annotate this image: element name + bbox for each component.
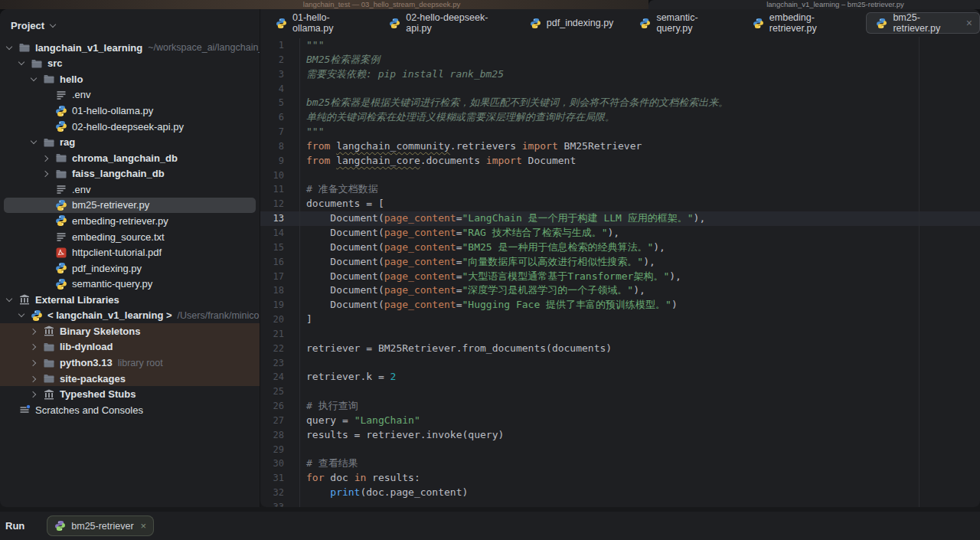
tree-row[interactable]: python3.13library root <box>0 355 260 371</box>
code-line[interactable]: 4 <box>260 82 980 97</box>
chevron-right-icon[interactable] <box>31 328 38 335</box>
code-line[interactable]: 7""" <box>260 125 980 139</box>
line-number[interactable]: 14 <box>260 226 300 241</box>
line-number[interactable]: 16 <box>260 255 300 270</box>
code-line[interactable]: 23 <box>260 356 980 371</box>
chevron-right-icon[interactable] <box>31 359 38 366</box>
tree-row[interactable]: External Libraries <box>0 292 260 308</box>
line-number[interactable]: 10 <box>260 169 300 183</box>
tree-row[interactable]: < langchain_v1_learning >/Users/frank/mi… <box>0 308 260 324</box>
tree-row[interactable]: .env <box>0 87 260 103</box>
editor-tab[interactable]: semantic-query.py <box>626 12 739 34</box>
code-line[interactable]: 20] <box>260 313 980 327</box>
tree-row[interactable]: lib-dynload <box>0 339 260 355</box>
line-number[interactable]: 31 <box>260 471 300 486</box>
line-number[interactable]: 28 <box>260 428 300 443</box>
editor-tab[interactable]: 02-hello-deepseek-api.py <box>376 12 517 34</box>
code-line[interactable]: 19 Document(page_content="Hugging Face 提… <box>260 298 980 313</box>
tree-row[interactable]: embeding_source.txt <box>0 229 260 245</box>
code-line[interactable]: 1""" <box>260 38 980 53</box>
tree-row[interactable]: Typeshed Stubs <box>0 386 260 402</box>
code-line[interactable]: 3需要安装依赖: pip install rank_bm25 <box>260 67 980 82</box>
tree-row[interactable]: src <box>0 56 260 72</box>
line-number[interactable]: 9 <box>260 154 300 169</box>
chevron-down-icon[interactable] <box>18 60 25 67</box>
tree-row[interactable]: rag <box>0 134 260 150</box>
code-line[interactable]: 26# 执行查询 <box>260 399 980 414</box>
chevron-right-icon[interactable] <box>31 343 38 350</box>
tree-row[interactable]: chroma_langchain_db <box>0 150 260 166</box>
code-line[interactable]: 21 <box>260 327 980 342</box>
line-number[interactable]: 3 <box>260 67 300 82</box>
editor-tab[interactable]: pdf_indexing.py <box>517 12 627 34</box>
code-line[interactable]: 25 <box>260 385 980 399</box>
tree-row[interactable]: Scratches and Consoles <box>0 402 260 418</box>
code-line[interactable]: 29 <box>260 443 980 457</box>
line-number[interactable]: 6 <box>260 110 300 125</box>
line-number[interactable]: 20 <box>260 313 300 327</box>
tree-row[interactable]: 02-hello-deepseek-api.py <box>0 119 260 135</box>
chevron-down-icon[interactable] <box>31 139 38 146</box>
line-number[interactable]: 32 <box>260 486 300 500</box>
line-number[interactable]: 25 <box>260 385 300 399</box>
tree-row[interactable]: Binary Skeletons <box>0 323 260 339</box>
tree-row[interactable]: pdf_indexing.py <box>0 260 260 277</box>
code-line[interactable]: 14 Document(page_content="RAG 技术结合了检索与生成… <box>260 226 980 241</box>
code-line[interactable]: 28results = retriever.invoke(query) <box>260 428 980 443</box>
line-number[interactable]: 30 <box>260 457 300 471</box>
code-line[interactable]: 31for doc in results: <box>260 471 980 486</box>
line-number[interactable]: 12 <box>260 197 300 211</box>
code-line[interactable]: 10 <box>260 169 980 183</box>
editor-tab[interactable]: bm25-retriever.py× <box>866 12 980 34</box>
line-number[interactable]: 23 <box>260 356 300 371</box>
tree-row[interactable]: 01-hello-ollama.py <box>0 103 260 119</box>
line-number[interactable]: 33 <box>260 500 300 507</box>
close-icon[interactable]: × <box>966 18 972 28</box>
code-line[interactable]: 5bm25检索器是根据关键词进行检索，如果匹配不到关键词，则会将不符合条件的文档… <box>260 96 980 110</box>
chevron-right-icon[interactable] <box>31 375 38 382</box>
line-number[interactable]: 22 <box>260 342 300 356</box>
line-number[interactable]: 21 <box>260 327 300 342</box>
chevron-down-icon[interactable] <box>6 44 13 51</box>
code-line[interactable]: 17 Document(page_content="大型语言模型通常基于Tran… <box>260 270 980 284</box>
line-number[interactable]: 2 <box>260 53 300 67</box>
code-line[interactable]: 12documents = [ <box>260 197 980 211</box>
close-icon[interactable]: × <box>141 521 147 531</box>
code-line[interactable]: 11# 准备文档数据 <box>260 182 980 197</box>
chevron-right-icon[interactable] <box>31 391 38 398</box>
line-number[interactable]: 19 <box>260 298 300 313</box>
line-number[interactable]: 27 <box>260 414 300 428</box>
tree-row[interactable]: .env <box>0 182 260 198</box>
line-number[interactable]: 8 <box>260 139 300 154</box>
tree-row[interactable]: bm25-retriever.py <box>4 198 256 214</box>
project-header[interactable]: Project <box>0 9 260 38</box>
chevron-right-icon[interactable] <box>43 170 50 177</box>
chevron-down-icon[interactable] <box>50 22 57 29</box>
line-number[interactable]: 15 <box>260 241 300 255</box>
tree-row[interactable]: langchain_v1_learning~/workspace_ai/lang… <box>0 40 260 56</box>
line-number[interactable]: 13 <box>260 211 300 226</box>
code-line[interactable]: 32 print(doc.page_content) <box>260 486 980 500</box>
code-line[interactable]: 13 Document(page_content="LangChain 是一个用… <box>260 211 980 226</box>
line-number[interactable]: 4 <box>260 82 300 97</box>
line-number[interactable]: 17 <box>260 270 300 284</box>
run-tab[interactable]: bm25-retriever × <box>47 515 154 536</box>
code-line[interactable]: 6单纯的关键词检索在处理语义模糊或需要深层理解的查询时存在局限。 <box>260 110 980 125</box>
chevron-down-icon[interactable] <box>18 312 25 319</box>
line-number[interactable]: 5 <box>260 96 300 110</box>
code-line[interactable]: 9from langchain_core.documents import Do… <box>260 154 980 169</box>
code-line[interactable]: 18 Document(page_content="深度学习是机器学习的一个子领… <box>260 283 980 298</box>
tree-row[interactable]: embeding-retriever.py <box>0 213 260 229</box>
line-number[interactable]: 26 <box>260 399 300 414</box>
code-line[interactable]: 16 Document(page_content="向量数据库可以高效进行相似性… <box>260 255 980 270</box>
chevron-right-icon[interactable] <box>43 155 50 162</box>
code-editor[interactable]: 1"""2BM25检索器案例3需要安装依赖: pip install rank_… <box>260 37 980 507</box>
tree-row[interactable]: semantic-query.py <box>0 276 260 292</box>
chevron-down-icon[interactable] <box>6 296 13 303</box>
code-line[interactable]: 24retriever.k = 2 <box>260 370 980 385</box>
tree-row[interactable]: site-packages <box>0 371 260 387</box>
line-number[interactable]: 1 <box>260 38 300 53</box>
code-line[interactable]: 30# 查看结果 <box>260 457 980 471</box>
code-line[interactable]: 15 Document(page_content="BM25 是一种用于信息检索… <box>260 241 980 255</box>
code-line[interactable]: 8from langchain_community.retrievers imp… <box>260 139 980 154</box>
